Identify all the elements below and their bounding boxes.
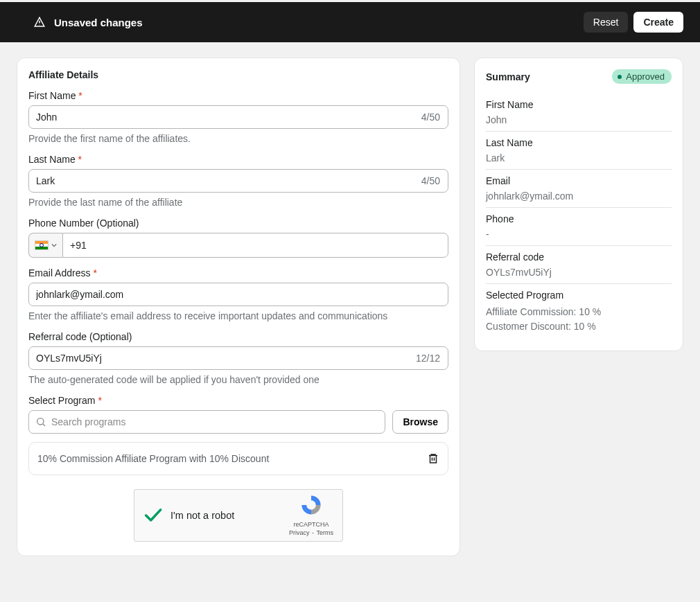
program-field: Select Program * Browse 10% Commission A… [28, 395, 448, 475]
program-label: Select Program * [28, 395, 448, 406]
unsaved-text: Unsaved changes [54, 17, 143, 28]
alert-icon [33, 16, 46, 28]
summary-first-name: First Name John [486, 94, 672, 132]
first-name-field: First Name * 4/50 Provide the first name… [28, 90, 448, 144]
referral-input[interactable] [28, 346, 448, 370]
captcha-checkmark-icon [143, 506, 162, 525]
summary-program: Selected Program Affiliate Commission: 1… [486, 284, 672, 339]
last-name-input[interactable] [28, 169, 448, 193]
country-flag-select[interactable] [28, 233, 62, 258]
chevron-down-icon [51, 243, 57, 247]
summary-header: Summary Approved [486, 69, 672, 84]
summary-referral: Referral code OYLs7mvU5iYj [486, 246, 672, 284]
recaptcha-widget[interactable]: I'm not a robot reCAPTCHA Privacy - Term… [134, 489, 343, 542]
affiliate-details-card: Affiliate Details First Name * 4/50 Prov… [17, 57, 460, 556]
summary-title: Summary [486, 71, 530, 82]
last-name-label: Last Name * [28, 154, 448, 165]
browse-button[interactable]: Browse [392, 410, 448, 434]
selected-program-chip: 10% Commission Affiliate Program with 10… [28, 442, 448, 475]
email-help: Enter the affiliate's email address to r… [28, 310, 448, 321]
summary-email: Email johnlark@ymail.com [486, 170, 672, 208]
search-icon [35, 416, 46, 427]
recaptcha-logo-icon [299, 493, 324, 517]
program-search-input[interactable] [28, 410, 385, 434]
captcha-terms-link[interactable]: Terms [317, 529, 334, 536]
trash-icon[interactable] [427, 452, 439, 465]
topbar-actions: Reset Create [584, 12, 683, 33]
svg-point-0 [37, 418, 44, 425]
topbar: Unsaved changes Reset Create [0, 2, 700, 42]
email-input[interactable] [28, 283, 448, 306]
last-name-help: Provide the last name of the affiliate [28, 197, 448, 208]
phone-label: Phone Number (Optional) [28, 218, 448, 229]
status-badge: Approved [612, 69, 672, 84]
summary-last-name: Last Name Lark [486, 132, 672, 170]
first-name-label: First Name * [28, 90, 448, 101]
captcha-privacy-link[interactable]: Privacy [289, 529, 310, 536]
referral-field: Referral code (Optional) 12/12 The auto-… [28, 331, 448, 385]
summary-phone: Phone - [486, 208, 672, 246]
referral-label: Referral code (Optional) [28, 331, 448, 342]
captcha-branding: reCAPTCHA Privacy - Terms [288, 493, 334, 537]
phone-field: Phone Number (Optional) [28, 218, 448, 258]
content-container: Affiliate Details First Name * 4/50 Prov… [0, 42, 700, 572]
card-title: Affiliate Details [28, 69, 448, 80]
phone-input[interactable] [62, 233, 448, 258]
last-name-field: Last Name * 4/50 Provide the last name o… [28, 154, 448, 208]
unsaved-changes-indicator: Unsaved changes [33, 16, 143, 28]
first-name-help: Provide the first name of the affiliates… [28, 133, 448, 144]
captcha-label: I'm not a robot [170, 510, 280, 521]
first-name-input[interactable] [28, 105, 448, 129]
reset-button[interactable]: Reset [584, 12, 629, 33]
referral-help: The auto-generated code will be applied … [28, 374, 448, 385]
create-button[interactable]: Create [633, 12, 683, 33]
email-field: Email Address * Enter the affiliate's em… [28, 267, 448, 321]
summary-card: Summary Approved First Name John Last Na… [474, 57, 683, 351]
selected-program-label: 10% Commission Affiliate Program with 10… [37, 453, 269, 464]
india-flag-icon [35, 240, 49, 250]
email-label: Email Address * [28, 267, 448, 278]
